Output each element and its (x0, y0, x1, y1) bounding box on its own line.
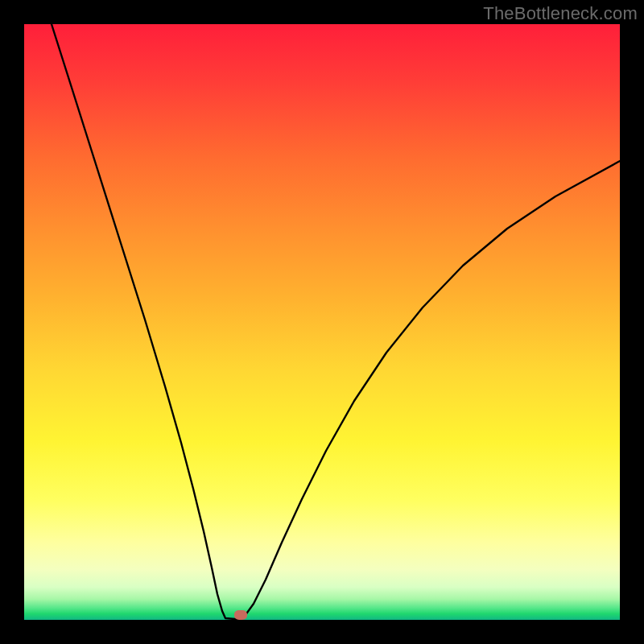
minimum-marker (234, 610, 247, 620)
watermark-text: TheBottleneck.com (483, 3, 638, 24)
chart-frame: TheBottleneck.com (0, 0, 644, 644)
bottleneck-curve (24, 24, 620, 620)
plot-area (24, 24, 620, 620)
